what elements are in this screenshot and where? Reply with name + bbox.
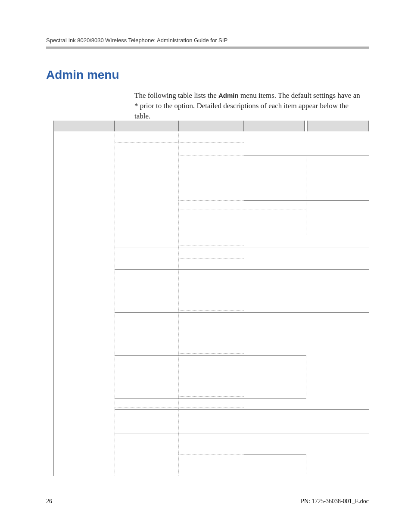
table-rule [178, 454, 244, 455]
table-rule [244, 200, 369, 201]
intro-text-bold: Admin [218, 92, 239, 99]
table-rule [115, 334, 369, 334]
table-rule [244, 155, 369, 156]
table-rule [115, 134, 115, 476]
table-header-cell [307, 121, 369, 131]
table-header-cell [178, 121, 244, 131]
table-rule [306, 235, 369, 235]
table-rule [178, 258, 244, 259]
section-title: Admin menu [46, 68, 119, 82]
table-rule [178, 246, 244, 246]
table-rule [115, 398, 306, 399]
table-header-cell [53, 121, 115, 131]
header-rule [46, 47, 369, 49]
table-rule [178, 474, 244, 474]
table-rule [53, 131, 54, 476]
intro-paragraph: The following table lists the Admin menu… [134, 90, 365, 121]
table-rule [244, 134, 244, 246]
table-rule [244, 454, 244, 474]
table-rule [115, 269, 369, 270]
page-number: 26 [46, 498, 52, 505]
table-rule [115, 407, 244, 408]
table-header-row [53, 121, 369, 131]
table-rule [178, 134, 179, 476]
table-rule [178, 396, 244, 397]
table-rule [178, 353, 244, 354]
table-rule [115, 355, 306, 356]
table-rule [178, 155, 244, 156]
table-rule [115, 142, 244, 143]
table-rule [306, 355, 306, 396]
table-header-cell [244, 121, 305, 131]
admin-menu-table [53, 121, 369, 476]
table-rule [115, 312, 369, 313]
table-rule [115, 433, 369, 433]
table-rule [244, 454, 306, 455]
table-rule [306, 454, 306, 474]
running-header: SpectraLink 8020/8030 Wireless Telephone… [46, 37, 227, 44]
table-rule [306, 155, 306, 235]
table-rule [178, 431, 244, 431]
table-rule [178, 200, 244, 201]
table-rule [178, 310, 244, 311]
table-rule [178, 209, 306, 209]
intro-text-pre: The following table lists the [134, 91, 218, 100]
table-rule [115, 248, 369, 248]
table-rule [244, 355, 244, 396]
part-number: PN: 1725-36038-001_E.doc [301, 498, 369, 505]
table-rule [115, 409, 369, 410]
table-header-cell [115, 121, 178, 131]
